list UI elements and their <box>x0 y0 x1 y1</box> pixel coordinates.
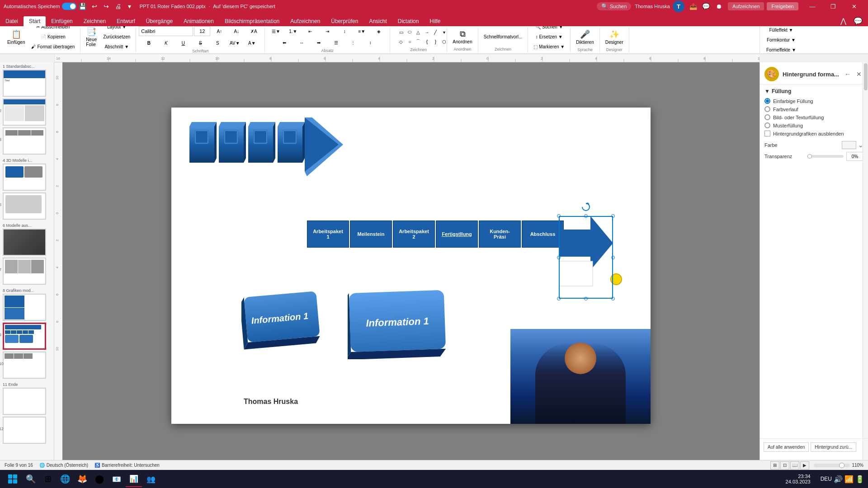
tab-einfuegen[interactable]: Einfügen <box>46 16 78 26</box>
slide-sorter-button[interactable]: ⊡ <box>780 461 789 469</box>
zoom-slider[interactable] <box>814 464 850 467</box>
panel-scrollbar[interactable] <box>863 62 868 469</box>
battery-icon[interactable]: 🔋 <box>855 475 864 483</box>
process-box-2[interactable]: Meilenstein <box>350 221 392 248</box>
group-label-8[interactable]: 8 Grafiken mod... <box>3 288 51 293</box>
slide-thumb-12[interactable] <box>3 417 46 444</box>
comments-icon[interactable]: 💬 <box>701 1 712 12</box>
slide-thumb-2[interactable] <box>3 99 46 126</box>
find-button[interactable]: 🔍 Suchen ▼ <box>531 26 567 32</box>
option-bild[interactable]: Bild- oder Texturfüllung <box>764 114 863 120</box>
handle-bl[interactable] <box>557 297 561 300</box>
bold-button[interactable]: B <box>141 38 157 47</box>
tab-ueberpruefen[interactable]: Überprüfen <box>326 16 363 26</box>
decrease-indent-button[interactable]: ⇤ <box>302 27 318 36</box>
copy-button[interactable]: 📄Kopieren <box>28 33 77 42</box>
rotation-handle[interactable] <box>581 202 590 213</box>
slide-panel[interactable]: 10 8 6 4 2 0 2 4 6 8 10 1 Standardabsc..… <box>0 62 54 469</box>
radio-muster[interactable] <box>764 122 770 128</box>
increase-font-button[interactable]: A↑ <box>211 27 227 36</box>
slideshow-button[interactable]: ▶ <box>800 461 809 469</box>
italic-button[interactable]: K <box>158 38 174 47</box>
reset-button[interactable]: Zurücksetzen <box>100 33 133 42</box>
underline-button[interactable]: U <box>175 38 191 47</box>
justify-button[interactable]: ☰ <box>328 38 344 47</box>
autosave-toggle[interactable]: Automatisches Speichern <box>4 3 76 10</box>
tab-aufzeichnen[interactable]: Aufzeichnen <box>285 16 326 26</box>
windows-start-button[interactable] <box>4 470 22 488</box>
char-spacing-button[interactable]: AV▼ <box>226 38 243 47</box>
line-spacing-button[interactable]: ↕ <box>362 38 378 47</box>
tab-praesentation[interactable]: Bildschirmpräsentation <box>219 16 285 26</box>
ribbon-comments-icon[interactable]: 💬 <box>851 16 865 26</box>
kb-button-1[interactable]: Information 1 <box>241 285 332 354</box>
column-button[interactable]: ⋮ <box>345 38 361 47</box>
taskbar-outlook-button[interactable]: 📧 <box>108 471 125 487</box>
slide-thumb-9[interactable] <box>3 323 46 350</box>
align-right-button[interactable]: ➡ <box>311 38 327 47</box>
increase-indent-button[interactable]: ⇥ <box>319 27 335 36</box>
strikethrough-button[interactable]: S <box>192 38 208 47</box>
language-status[interactable]: 🌐 Deutsch (Österreich) <box>39 463 88 468</box>
slide-thumb-10[interactable] <box>3 352 46 379</box>
search-bar[interactable]: 🔍 Suchen <box>597 2 631 10</box>
font-size-input[interactable] <box>194 26 210 36</box>
group-label-4[interactable]: 4 3D Modelle i... <box>3 158 51 163</box>
section-button[interactable]: Abschnitt ▼ <box>100 42 133 52</box>
maximize-button[interactable]: ❐ <box>823 0 844 13</box>
slide-canvas[interactable]: Arbeitspaket1 Meilenstein Arbeitspaket2 … <box>62 62 760 469</box>
align-text-button[interactable]: ≡▼ <box>354 27 370 36</box>
option-einfarbig[interactable]: Einfarbige Füllung <box>764 98 863 104</box>
radio-farbverlauf[interactable] <box>764 106 770 112</box>
option-muster[interactable]: Musterfüllung <box>764 122 863 128</box>
print-button[interactable]: 🖨 <box>113 1 123 12</box>
tab-datei[interactable]: Datei <box>0 16 24 26</box>
tab-dictation[interactable]: Dictation <box>392 16 425 26</box>
taskbar-edge-button[interactable]: 🌐 <box>57 471 73 487</box>
handle-tl[interactable] <box>557 214 561 218</box>
transparenz-value[interactable]: 0% <box>846 152 863 161</box>
align-left-button[interactable]: ⬅ <box>276 38 292 47</box>
volume-icon[interactable]: 🔊 <box>834 475 843 483</box>
slide-thumb-6[interactable] <box>3 229 46 256</box>
fill-color-button[interactable]: Fülleffekt ▼ <box>764 25 799 34</box>
handle-mr[interactable] <box>611 256 615 259</box>
slide-thumb-11[interactable] <box>3 388 46 415</box>
panel-scroll-thumb[interactable] <box>864 63 868 90</box>
farbe-color-swatch[interactable] <box>842 141 856 149</box>
effect-button[interactable]: Formeffekte ▼ <box>764 45 799 54</box>
process-box-6[interactable]: Abschluss <box>522 221 564 248</box>
transparenz-handle[interactable] <box>807 154 812 159</box>
clear-format-button[interactable]: ✗A <box>245 27 262 36</box>
text-direction-button[interactable]: ↕ <box>336 27 353 36</box>
freigeben-button[interactable]: Freigeben <box>767 2 798 10</box>
checkbox-hintergrund[interactable] <box>764 131 770 136</box>
process-box-3[interactable]: Arbeitspaket2 <box>393 221 435 248</box>
format-painter-button[interactable]: 🖌Format übertragen <box>28 42 77 52</box>
share-icon[interactable]: 📤 <box>688 1 699 12</box>
smartart-button[interactable]: ◈ <box>371 27 387 36</box>
shadow-button[interactable]: S <box>209 38 226 47</box>
reset-background-button[interactable]: Hintergrund zurü... <box>811 442 856 452</box>
group-label-11[interactable]: 11 Ende <box>3 382 51 387</box>
handle-br[interactable] <box>611 297 615 300</box>
layout-button[interactable]: Layout ▼ <box>100 26 133 32</box>
option-farbverlauf[interactable]: Farbverlauf <box>764 106 863 112</box>
taskbar-ppt-button[interactable]: 📊 <box>126 471 142 487</box>
tab-hilfe[interactable]: Hilfe <box>424 16 446 26</box>
paste-button[interactable]: 📋 Einfügen <box>5 26 28 49</box>
minimize-button[interactable]: — <box>802 0 823 13</box>
designer-button[interactable]: ✨ Designer <box>603 28 626 46</box>
undo-button[interactable]: ↩ <box>89 1 100 12</box>
kb-button-2[interactable]: Information 1 <box>348 285 456 361</box>
normal-view-button[interactable]: ⊞ <box>770 461 779 469</box>
handle-bc[interactable] <box>584 297 588 300</box>
arrange-button[interactable]: ⧉ Anordnen <box>450 28 475 46</box>
zoom-handle[interactable] <box>839 463 844 468</box>
slide-thumb-1[interactable]: Titel <box>3 70 46 97</box>
radio-bild[interactable] <box>764 114 770 120</box>
font-color-button[interactable]: A▼ <box>244 38 260 47</box>
slide-thumb-4[interactable] <box>3 164 46 191</box>
group-label-6[interactable]: 6 Modelle aus... <box>3 223 51 228</box>
align-center-button[interactable]: ↔ <box>293 38 310 47</box>
